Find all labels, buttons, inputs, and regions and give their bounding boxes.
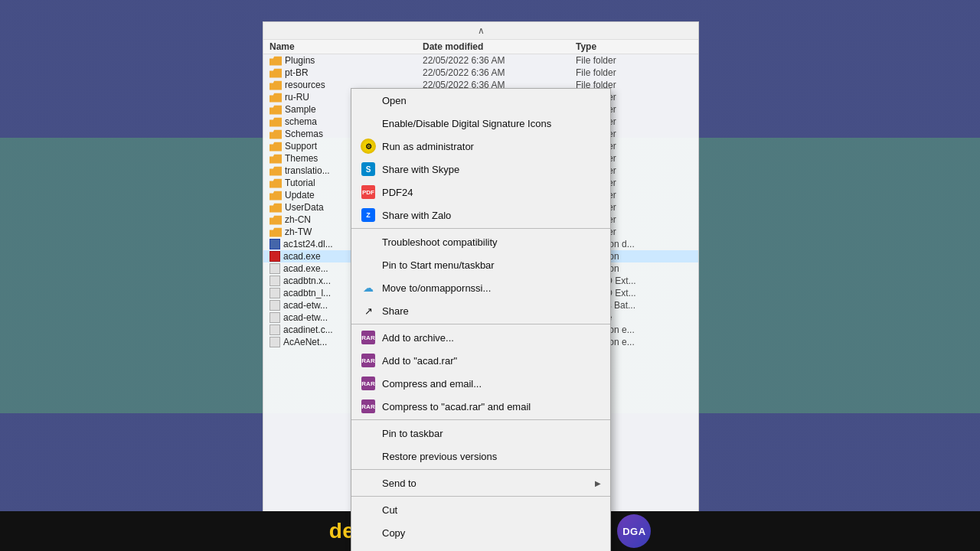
ctx-label-open: Open — [382, 95, 601, 106]
folder-icon — [270, 105, 282, 115]
ctx-icon-open — [361, 93, 376, 108]
ctx-icon-compress-rar-email: RAR — [361, 399, 376, 414]
file-icon — [270, 276, 280, 286]
ctx-icon-pin-taskbar — [361, 425, 376, 441]
ctx-label-enable-disable-sig: Enable/Disable Digital Signature Icons — [382, 118, 601, 129]
ctx-item-pin-taskbar[interactable]: Pin to taskbar — [351, 422, 610, 445]
menu-separator — [351, 419, 610, 420]
ctx-item-add-acad-rar[interactable]: RARAdd to "acad.rar" — [351, 349, 610, 372]
ctx-label-pin-taskbar: Pin to taskbar — [382, 428, 601, 439]
ctx-item-restore-versions[interactable]: Restore previous versions — [351, 445, 610, 468]
menu-separator — [351, 228, 610, 229]
folder-icon — [270, 68, 282, 78]
ctx-label-compress-rar-email: Compress to "acad.rar" and email — [382, 401, 601, 412]
ctx-icon-troubleshoot — [361, 234, 376, 249]
dll-icon — [270, 239, 280, 249]
menu-separator — [351, 324, 610, 324]
folder-icon — [270, 56, 282, 66]
ctx-item-share-zalo[interactable]: ZShare with Zalo — [351, 204, 610, 227]
ctx-icon-send-to — [361, 475, 376, 491]
context-menu: OpenEnable/Disable Digital Signature Ico… — [351, 88, 611, 551]
ctx-icon-pdf24: PDF — [361, 184, 376, 200]
column-headers: Name Date modified Type — [263, 40, 698, 54]
ctx-item-add-archive[interactable]: RARAdd to archive... — [351, 326, 610, 349]
ctx-item-compress-rar-email[interactable]: RARCompress to "acad.rar" and email — [351, 395, 610, 418]
ctx-label-cut: Cut — [382, 504, 601, 516]
ctx-item-send-to[interactable]: Send to▶ — [351, 471, 610, 494]
folder-icon — [270, 93, 282, 103]
ctx-item-troubleshoot[interactable]: Troubleshoot compatibility — [351, 230, 610, 253]
ctx-label-restore-versions: Restore previous versions — [382, 451, 601, 462]
file-type: File folder — [576, 67, 691, 78]
folder-icon — [270, 203, 282, 213]
file-icon — [270, 300, 280, 311]
ctx-label-add-archive: Add to archive... — [382, 332, 601, 344]
ctx-label-pdf24: PDF24 — [382, 187, 601, 198]
ctx-item-copy[interactable]: Copy — [351, 521, 610, 544]
ctx-icon-copy — [361, 525, 376, 540]
ctx-item-enable-disable-sig[interactable]: Enable/Disable Digital Signature Icons — [351, 112, 610, 135]
ctx-label-send-to: Send to — [382, 478, 595, 489]
file-date: 22/05/2022 6:36 AM — [423, 55, 576, 66]
ctx-item-pdf24[interactable]: PDFPDF24 — [351, 181, 610, 204]
file-icon — [270, 337, 280, 347]
ctx-icon-share-skype: S — [361, 161, 376, 177]
ctx-label-move-to: Move to/onmappornssi... — [382, 282, 601, 294]
ctx-icon-restore-versions — [361, 448, 376, 464]
file-name: pt-BR — [285, 67, 423, 78]
ctx-icon-share: ↗ — [361, 303, 376, 318]
folder-icon — [270, 191, 282, 201]
ctx-item-share[interactable]: ↗Share — [351, 299, 610, 322]
folder-icon — [270, 80, 282, 90]
exe-icon — [270, 251, 280, 262]
folder-icon — [270, 142, 282, 152]
folder-icon — [270, 166, 282, 176]
ctx-label-run-as-admin: Run as administrator — [382, 141, 601, 152]
ctx-item-compress-email[interactable]: RARCompress and email... — [351, 372, 610, 395]
file-date: 22/05/2022 6:36 AM — [423, 67, 576, 78]
ctx-label-copy: Copy — [382, 527, 601, 539]
table-row[interactable]: pt-BR 22/05/2022 6:36 AM File folder — [263, 67, 698, 79]
ctx-icon-run-as-admin: ⚙ — [361, 139, 376, 154]
explorer-header: ∧ — [263, 22, 698, 40]
table-row[interactable]: Plugins 22/05/2022 6:36 AM File folder — [263, 54, 698, 67]
ctx-item-move-to[interactable]: ☁Move to/onmappornssi... — [351, 276, 610, 299]
file-icon — [270, 263, 280, 274]
file-icon — [270, 288, 280, 298]
file-name: Plugins — [285, 55, 423, 66]
menu-separator — [351, 469, 610, 470]
folder-icon — [270, 154, 282, 164]
ctx-icon-add-archive: RAR — [361, 330, 376, 345]
chevron-icon: ∧ — [478, 25, 485, 36]
submenu-arrow: ▶ — [595, 479, 601, 487]
ctx-icon-paste — [361, 548, 376, 551]
menu-separator — [351, 496, 610, 497]
ctx-icon-pin-start — [361, 257, 376, 272]
ctx-label-add-acad-rar: Add to "acad.rar" — [382, 355, 601, 367]
ctx-label-troubleshoot: Troubleshoot compatibility — [382, 236, 601, 248]
column-type-header: Type — [576, 41, 691, 52]
ctx-icon-add-acad-rar: RAR — [361, 353, 376, 368]
ctx-item-pin-start[interactable]: Pin to Start menu/taskbar — [351, 253, 610, 276]
file-type: File folder — [576, 55, 691, 66]
ctx-icon-share-zalo: Z — [361, 207, 376, 223]
column-name-header: Name — [270, 41, 423, 52]
ctx-icon-move-to: ☁ — [361, 280, 376, 295]
ctx-icon-cut — [361, 502, 376, 517]
file-icon — [270, 312, 280, 323]
ctx-item-run-as-admin[interactable]: ⚙Run as administrator — [351, 135, 610, 158]
folder-icon — [270, 178, 282, 188]
file-icon — [270, 324, 280, 335]
ctx-label-pin-start: Pin to Start menu/taskbar — [382, 259, 601, 271]
ctx-item-open[interactable]: Open — [351, 89, 610, 112]
banner-logo: DGA — [617, 514, 651, 548]
ctx-label-compress-email: Compress and email... — [382, 378, 601, 390]
ctx-label-share-zalo: Share with Zalo — [382, 210, 601, 221]
ctx-item-share-skype[interactable]: SShare with Skype — [351, 158, 610, 181]
ctx-item-paste[interactable]: Paste — [351, 544, 610, 551]
ctx-item-cut[interactable]: Cut — [351, 498, 610, 521]
ctx-label-share-skype: Share with Skype — [382, 164, 601, 175]
column-date-header: Date modified — [423, 41, 576, 52]
folder-icon — [270, 215, 282, 225]
ctx-icon-compress-email: RAR — [361, 376, 376, 391]
